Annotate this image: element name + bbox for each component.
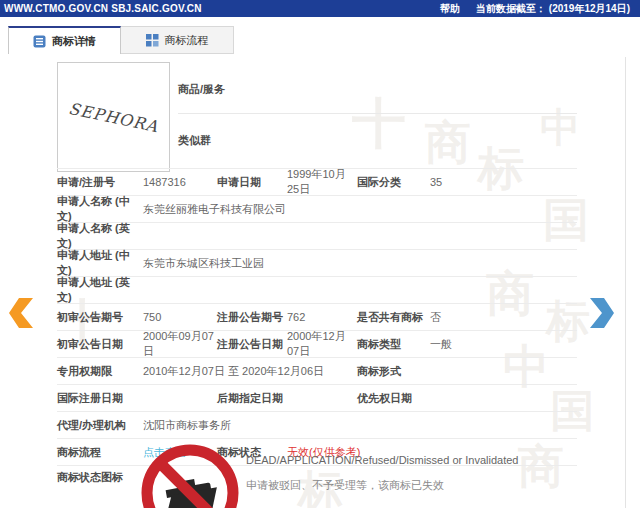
table-row: 申请人名称 (英文) (57, 223, 577, 250)
exclusive-period-value: 2010年12月07日 至 2020年12月06日 (143, 364, 357, 379)
dead-status-text-cn: 申请被驳回、不予受理等，该商标已失效 (246, 478, 444, 493)
prelim-gazette-date-value: 2000年09月07日 (143, 329, 217, 359)
applicant-name-cn-label: 申请人名称 (中文) (57, 194, 143, 224)
trademark-image: SEPHORA (57, 62, 170, 172)
agency-value: 沈阳市商标事务所 (143, 418, 577, 433)
joint-trademark-value: 否 (430, 310, 577, 325)
reg-gazette-no-value: 762 (287, 311, 357, 323)
trademark-logo-text: SEPHORA (67, 98, 160, 136)
data-cutoff-text: 当前数据截至： (2019年12月14日) (476, 2, 640, 16)
applicant-addr-en-label: 申请人地址 (英文) (57, 275, 143, 305)
top-bar: WWW.CTMO.GOV.CN SBJ.SAIC.GOV.CN 帮助 当前数据截… (0, 0, 640, 17)
tab-label: 商标流程 (165, 33, 209, 48)
status-icon-label: 商标状态图标 (57, 470, 123, 485)
exclusive-period-label: 专用权期限 (57, 364, 143, 379)
applicant-name-cn-value: 东莞丝丽雅电子科技有限公司 (143, 202, 577, 217)
agency-label: 代理/办理机构 (57, 418, 143, 433)
reg-gazette-date-value: 2000年12月07日 (287, 329, 357, 359)
intl-class-value: 35 (430, 176, 577, 188)
app-reg-no-value: 1487316 (143, 176, 217, 188)
table-row: 初审公告期号 750 注册公告期号 762 是否共有商标 否 (57, 304, 577, 331)
help-link[interactable]: 帮助 (440, 2, 460, 16)
tab-trademark-process[interactable]: 商标流程 (121, 26, 234, 54)
previous-arrow-button[interactable] (9, 296, 35, 330)
app-date-value: 1999年10月25日 (287, 167, 357, 197)
divider (178, 113, 577, 114)
intl-class-label: 国际分类 (357, 175, 430, 190)
document-icon (33, 35, 46, 48)
trademark-detail-page: WWW.CTMO.GOV.CN SBJ.SAIC.GOV.CN 帮助 当前数据截… (0, 0, 640, 508)
priority-date-label: 优先权日期 (357, 391, 577, 406)
reg-gazette-no-label: 注册公告期号 (217, 310, 287, 325)
applicant-name-en-label: 申请人名称 (英文) (57, 221, 143, 251)
tab-trademark-details[interactable]: 商标详情 (8, 26, 121, 54)
watermark-glyph: 十 (352, 88, 406, 161)
applicant-addr-cn-label: 申请人地址 (中文) (57, 248, 143, 278)
app-date-label: 申请日期 (217, 175, 287, 190)
later-designation-date-label: 后期指定日期 (217, 391, 357, 406)
detail-table: 申请/注册号 1487316 申请日期 1999年10月25日 国际分类 35 … (57, 168, 577, 466)
status-block: 商标状态图标 DEAD/APPLICATION/Refused/Dismisse… (0, 438, 640, 508)
trademark-form-label: 商标形式 (357, 364, 430, 379)
prelim-gazette-no-label: 初审公告期号 (57, 310, 143, 325)
dead-trademark-icon (140, 443, 240, 508)
table-row: 初审公告日期 2000年09月07日 注册公告日期 2000年12月07日 商标… (57, 331, 577, 358)
intl-reg-date-label: 国际注册日期 (57, 391, 217, 406)
joint-trademark-label: 是否共有商标 (357, 310, 430, 325)
table-row: 申请/注册号 1487316 申请日期 1999年10月25日 国际分类 35 (57, 169, 577, 196)
table-row: 申请人地址 (中文) 东莞市东城区科技工业园 (57, 250, 577, 277)
goods-services-label: 商品/服务 (178, 82, 225, 97)
watermark-glyph: 中 (540, 100, 580, 155)
grid-icon (146, 34, 159, 47)
table-row: 申请人地址 (英文) (57, 277, 577, 304)
reg-gazette-date-label: 注册公告日期 (217, 337, 287, 352)
trademark-type-label: 商标类型 (357, 337, 430, 352)
table-row: 国际注册日期 后期指定日期 优先权日期 (57, 385, 577, 412)
prelim-gazette-date-label: 初审公告日期 (57, 337, 143, 352)
table-row: 申请人名称 (中文) 东莞丝丽雅电子科技有限公司 (57, 196, 577, 223)
prelim-gazette-no-value: 750 (143, 311, 217, 323)
table-row: 代理/办理机构 沈阳市商标事务所 (57, 412, 577, 439)
site-url-text: WWW.CTMO.GOV.CN SBJ.SAIC.GOV.CN (0, 3, 202, 14)
tab-bar: 商标详情 商标流程 (8, 26, 234, 54)
watermark-glyph: 商 (425, 112, 471, 174)
similar-group-label: 类似群 (178, 133, 211, 148)
dead-status-text-en: DEAD/APPLICATION/Refused/Dismissed or In… (246, 454, 518, 466)
table-row: 专用权期限 2010年12月07日 至 2020年12月06日 商标形式 (57, 358, 577, 385)
trademark-type-value: 一般 (430, 337, 577, 352)
next-arrow-button[interactable] (588, 296, 614, 330)
tab-label: 商标详情 (52, 34, 96, 49)
app-reg-no-label: 申请/注册号 (57, 175, 143, 190)
applicant-addr-cn-value: 东莞市东城区科技工业园 (143, 256, 577, 271)
